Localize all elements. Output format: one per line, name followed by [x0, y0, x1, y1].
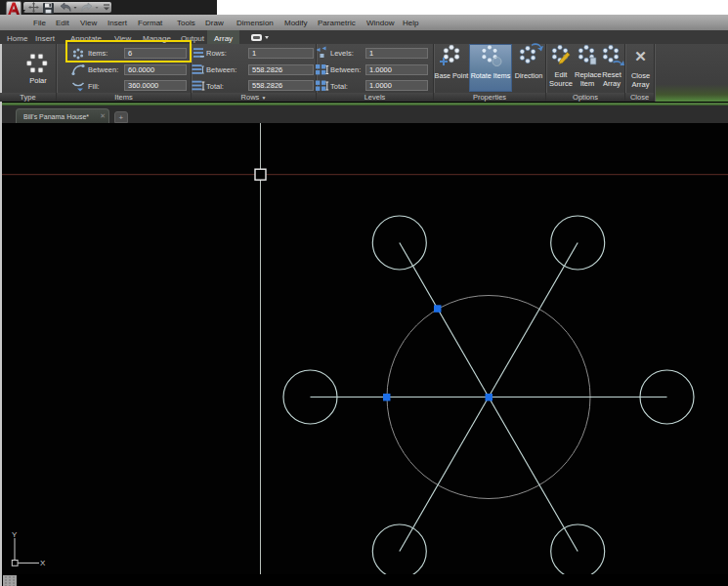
svg-text:X: X — [40, 559, 46, 567]
svg-text:Y: Y — [12, 530, 18, 539]
